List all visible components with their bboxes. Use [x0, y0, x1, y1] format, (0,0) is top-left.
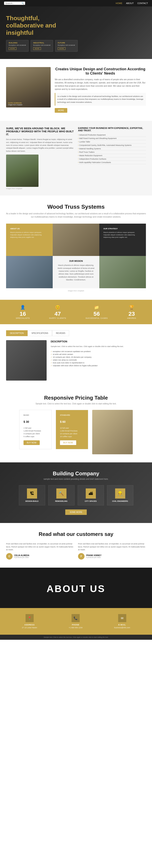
creates-more-button[interactable]: MORE	[55, 108, 67, 113]
awards-icon: 🏆	[127, 305, 136, 310]
building-title: Building Company	[6, 470, 146, 477]
building-cards: 🏗 DESIGN-BUILD 🔨 REMODELING 🏙 CITY SPACE…	[6, 485, 146, 505]
list-item: Waste Reduction Equipment	[78, 154, 146, 157]
building-subtitle: sample text and more content providing d…	[6, 478, 146, 480]
list-item: 10 contacts per client, 20 domains per c…	[51, 356, 146, 359]
building-card-remodeling: 🔨 REMODELING	[48, 485, 75, 505]
tabs-text-content: DESCRIPTION Sample text. Click to select…	[51, 340, 146, 380]
nav-about[interactable]: ABOUT	[126, 2, 134, 4]
sure-right-title: EARNING YOUR BUSINESS WITH EXPERIENCE, E…	[78, 127, 146, 132]
testimonial-celia: Proin sed libero erat sed facilisis erat…	[6, 542, 74, 560]
sure-left: SURE, WE'VE BEEN AROUND THE BLOCK. WE PR…	[6, 127, 74, 189]
list-item: ut enim ad minim veniam	[51, 353, 146, 356]
header: 🔍 HOME ABOUT CONTACT	[0, 0, 152, 6]
tabs-image	[6, 340, 47, 380]
creates-text-block: As a leader in the design and constructi…	[55, 93, 146, 106]
contact-section: 📍 ADDRESS 27 13 Loise Haven 📞 PHONE +1 8…	[0, 608, 152, 635]
about-us-section: ABOUT US	[0, 568, 152, 608]
civil-engineers-icon: 👷	[115, 489, 125, 499]
hero-more-building[interactable]: MORE	[9, 47, 17, 50]
footer-note-text: Sample text. Click to select the text bo…	[4, 636, 148, 638]
creates-text1: We are a diversified construction compan…	[55, 78, 146, 91]
stat-cases: 📁 56 SUCCESSFUL CASES	[85, 305, 108, 319]
author-frank: F FRANK KINNEY 5 products per class	[78, 553, 146, 560]
sure-section: SURE, WE'VE BEEN AROUND THE BLOCK. WE PR…	[0, 121, 152, 195]
creates-image-inner: NATE GORDON Images from Unsplash	[6, 67, 51, 107]
hero-feature-industrial: INDUSTRIAL Excepteur sint occaecat MORE	[31, 40, 53, 52]
clients-icon: 😊	[49, 305, 66, 310]
tab-specifications[interactable]: SPECIFICATIONS	[28, 330, 52, 336]
nav-contact[interactable]: CONTACT	[137, 2, 148, 4]
woodtruss-title: Wood Truss Systems	[6, 204, 146, 210]
creates-section: NATE GORDON Images from Unsplash Creates…	[0, 59, 152, 121]
standard-features: 10 full user 1,000 Email Previews 10 con…	[60, 427, 84, 438]
stats-section: 👤 16 SPECIALISTS 😊 47 HAPPY CLIENTS 📁 56…	[0, 300, 152, 324]
avatar-celia: C	[6, 553, 12, 560]
stat-specialists: 👤 16 SPECIALISTS	[16, 305, 30, 319]
building-card-civil: 👷 CIVIL ENGINEERS	[107, 485, 133, 505]
hero-more-industrial[interactable]: MORE	[33, 47, 41, 50]
list-item: Independent Production Surfaces	[78, 157, 146, 161]
creates-title: Creates Unique Design and Construction A…	[55, 67, 146, 75]
creates-content: Creates Unique Design and Construction A…	[55, 67, 146, 113]
standard-buy-button[interactable]: BUY NOW	[60, 440, 76, 445]
feature-item: 10 contacts per client	[60, 432, 84, 435]
tab-reviews[interactable]: REVIEWS	[52, 330, 69, 336]
building-card-design: 🏗 DESIGN-BUILD	[19, 485, 45, 505]
city-spaces-icon: 🏙	[86, 489, 96, 499]
remodeling-icon: 🔨	[56, 489, 67, 499]
building-more-button[interactable]: SOME MORE	[65, 509, 87, 515]
tab-description[interactable]: DESCRIPTION	[6, 330, 28, 336]
woodtruss-mission-card: OUR MISSION Mauris pharetra et ultrices …	[53, 256, 99, 288]
pricing-cards: BASIC $ 30 1 full user 1,000 Email Previ…	[6, 410, 146, 454]
tabs-header: DESCRIPTION SPECIFICATIONS REVIEWS	[6, 330, 146, 336]
nav-home[interactable]: HOME	[116, 2, 122, 4]
feature-item: 3 contacts per client	[24, 432, 47, 435]
stat-clients: 😊 47 HAPPY CLIENTS	[49, 305, 66, 319]
tabs-section: DESCRIPTION SPECIFICATIONS REVIEWS DESCR…	[0, 324, 152, 386]
contact-address: 📍 ADDRESS 27 13 Loise Haven	[22, 614, 37, 629]
search-box[interactable]: 🔍	[4, 2, 25, 5]
woodtruss-section: Wood Truss Systems As a leader in the de…	[0, 195, 152, 300]
list-item: solam nos atrop eu commodo	[51, 359, 146, 361]
pricing-subtitle: Sample text. Click to select the text bo…	[6, 403, 146, 405]
hero-feature-building: BUILDING Excepteur sint occaecat MORE	[6, 40, 29, 52]
sure-title: SURE, WE'VE BEEN AROUND THE BLOCK. WE PR…	[6, 127, 74, 136]
author-celia: C CELIA ALMEDA 5 products per class	[6, 553, 74, 560]
hero-content: Thoughtful, collaborative and insightful…	[0, 6, 152, 59]
sure-image	[6, 155, 39, 187]
sure-text: Dui ut ornare lectus. Tristique blandit.…	[6, 138, 74, 153]
list-item: Lumber Taller	[78, 140, 146, 144]
list-item: Multi-capability Fabrication Consultants	[78, 161, 146, 164]
hero-features: BUILDING Excepteur sint occaecat MORE IN…	[6, 40, 146, 52]
list-item: Roof Truss Trailers	[78, 151, 146, 154]
woodtruss-image-3	[99, 256, 146, 288]
hero-more-future[interactable]: MORE	[58, 47, 66, 50]
phone-icon: 📞	[72, 614, 80, 622]
sure-right-list: Advanced Production Equipment Wall Panel…	[78, 133, 146, 164]
tab-content-title: DESCRIPTION	[51, 340, 146, 343]
basic-buy-button[interactable]: BUY NOW	[24, 440, 40, 445]
hero-feature-future: FUTURE Excepteur sint occaecat MORE	[55, 40, 78, 52]
hero-title: Thoughtful, collaborative and insightful	[6, 14, 71, 36]
tab-description-text: Sample text. Click to select the text bo…	[51, 345, 146, 348]
woodtruss-image-source: Images from Unsplash	[6, 290, 146, 292]
woodtruss-image-2	[6, 256, 53, 288]
woodtruss-grid: ABOUT US Mauris pharetra et ultrices neq…	[6, 224, 146, 288]
feature-item: 5 coffee cups	[24, 435, 47, 438]
tabs-content: DESCRIPTION Sample text. Click to select…	[6, 340, 146, 380]
feature-item: 10 full user	[60, 427, 84, 430]
list-item: Material Handling Systems	[78, 147, 146, 151]
list-item: excepteur sint occaecat cupidatat non pr…	[51, 350, 146, 353]
contact-phone: 📞 PHONE +1 800 555 1234	[69, 614, 82, 629]
stat-awards: 🏆 23 AWARDS	[127, 305, 136, 319]
search-input[interactable]	[5, 2, 22, 4]
tab-list: excepteur sint occaecat cupidatat non pr…	[51, 350, 146, 367]
pricing-title: Responsive Pricing Table	[6, 395, 146, 401]
avatar-frank: F	[78, 553, 84, 560]
list-item: Wall Panel Framing and Sheathing Equipme…	[78, 137, 146, 140]
specialists-icon: 👤	[16, 305, 30, 310]
footer: Sample text. Click to select the text bo…	[0, 635, 152, 640]
contact-email: ✉ E-MAIL business@info.com	[114, 614, 130, 629]
list-item: Duis aute irure dolor in reprehenderit i…	[51, 361, 146, 364]
